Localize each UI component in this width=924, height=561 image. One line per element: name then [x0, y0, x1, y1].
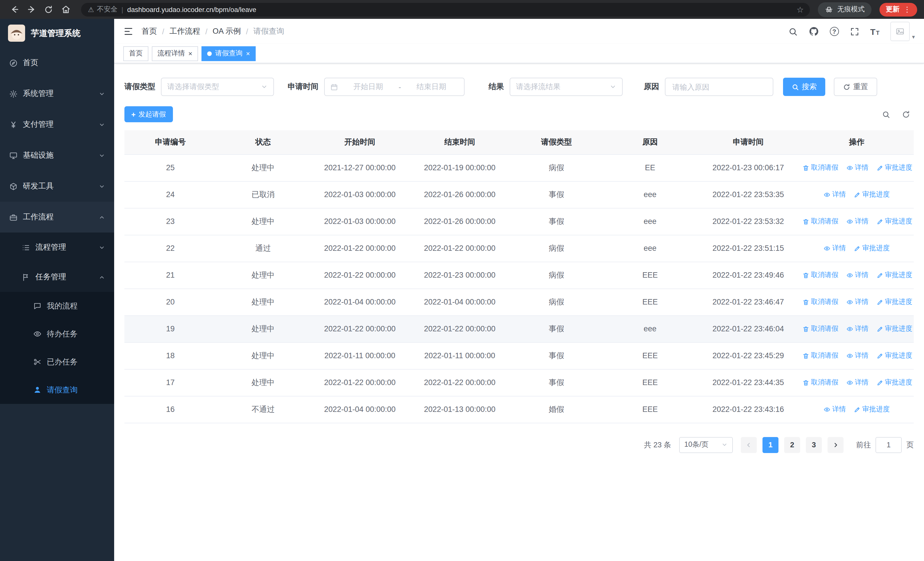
cell-apply-id: 20: [124, 289, 216, 315]
cancel-leave-link[interactable]: 取消请假: [802, 297, 838, 307]
col-header-start-time: 开始时间: [310, 130, 410, 154]
sidebar-item-todo-tasks[interactable]: 待办任务: [0, 320, 114, 348]
cancel-leave-link[interactable]: 取消请假: [802, 324, 838, 334]
cell-reason: eee: [603, 208, 697, 235]
detail-link[interactable]: 详情: [846, 163, 868, 173]
user-menu[interactable]: ▾: [890, 22, 915, 41]
approval-progress-link[interactable]: 审批进度: [876, 163, 912, 173]
sidebar-item-leave-query[interactable]: 请假查询: [0, 376, 114, 404]
browser-menu-icon[interactable]: ⋮: [903, 5, 911, 14]
browser-update-button[interactable]: 更新 ⋮: [879, 3, 917, 16]
home-icon[interactable]: [58, 2, 73, 17]
approval-progress-link[interactable]: 审批进度: [854, 190, 890, 199]
detail-link[interactable]: 详情: [846, 270, 868, 280]
reason-input[interactable]: [665, 78, 773, 96]
detail-link[interactable]: 详情: [824, 190, 846, 199]
approval-progress-link[interactable]: 审批进度: [876, 217, 912, 226]
detail-link[interactable]: 详情: [824, 244, 846, 253]
app-logo[interactable]: 芋道管理系统: [0, 19, 114, 47]
result-select[interactable]: 请选择流结果: [510, 78, 622, 96]
sidebar-item-system[interactable]: 系统管理: [0, 78, 114, 109]
sidebar-item-payment[interactable]: 支付管理: [0, 109, 114, 140]
sidebar-item-my-processes[interactable]: 我的流程: [0, 292, 114, 320]
search-button[interactable]: 搜索: [783, 78, 825, 96]
page-number-button[interactable]: 1: [762, 437, 778, 453]
detail-link[interactable]: 详情: [846, 297, 868, 307]
font-size-icon[interactable]: T T: [870, 27, 879, 36]
avatar[interactable]: [890, 22, 910, 41]
sidebar-item-done-tasks[interactable]: 已办任务: [0, 348, 114, 376]
reload-icon[interactable]: [41, 2, 56, 17]
goto-page-input[interactable]: [876, 437, 902, 453]
cancel-leave-link[interactable]: 取消请假: [802, 217, 838, 226]
cell-operations: 取消请假 详情 审批进度: [800, 154, 914, 181]
detail-link[interactable]: 详情: [846, 324, 868, 334]
approval-progress-link[interactable]: 审批进度: [876, 324, 912, 334]
result-label: 结果: [489, 82, 504, 92]
address-bar[interactable]: ⚠ 不安全 | dashboard.yudao.iocoder.cn/bpm/o…: [81, 3, 810, 16]
search-icon[interactable]: [788, 27, 798, 36]
cell-leave-type: 病假: [510, 289, 603, 315]
page-list: 1 2 3: [762, 437, 822, 453]
sidebar-item-home[interactable]: 首页: [0, 47, 114, 78]
detail-link[interactable]: 详情: [846, 351, 868, 361]
sidebar-item-devtools[interactable]: 研发工具: [0, 171, 114, 202]
sidebar-toggle-icon[interactable]: [123, 26, 134, 36]
github-icon[interactable]: [808, 26, 819, 36]
reset-button[interactable]: 重置: [834, 78, 877, 96]
cell-operations: 取消请假 详情 审批进度: [800, 396, 914, 423]
page-number-button[interactable]: 3: [806, 437, 822, 453]
approval-progress-link[interactable]: 审批进度: [854, 244, 890, 253]
prev-page-button[interactable]: [741, 437, 757, 453]
sidebar-item-infrastructure[interactable]: 基础设施: [0, 140, 114, 171]
cell-apply-time: 2022-01-23 00:06:17: [697, 154, 800, 181]
close-icon[interactable]: ×: [246, 50, 250, 57]
approval-progress-link[interactable]: 审批进度: [876, 378, 912, 387]
page-size-select[interactable]: 10条/页: [679, 437, 733, 453]
approval-progress-link[interactable]: 审批进度: [876, 270, 912, 280]
approval-progress-link[interactable]: 审批进度: [876, 351, 912, 361]
list-icon: [22, 243, 30, 252]
sidebar-item-workflow[interactable]: 工作流程: [0, 202, 114, 233]
create-leave-button[interactable]: + 发起请假: [124, 106, 172, 122]
approval-progress-link[interactable]: 审批进度: [876, 297, 912, 307]
cell-start-time: 2022-01-22 00:00:00: [310, 315, 410, 342]
cell-status: 处理中: [216, 342, 310, 369]
leave-type-select[interactable]: 请选择请假类型: [161, 78, 274, 96]
cell-apply-time: 2022-01-22 23:53:35: [697, 181, 800, 208]
cancel-leave-link[interactable]: 取消请假: [802, 351, 838, 361]
fullscreen-icon[interactable]: [849, 27, 859, 36]
breadcrumb-item[interactable]: 工作流程: [170, 26, 200, 36]
forward-icon[interactable]: [24, 2, 39, 17]
detail-link[interactable]: 详情: [846, 217, 868, 226]
table-row: 20 处理中 2022-01-04 00:00:00 2022-01-04 00…: [124, 289, 914, 315]
cell-reason: EEE: [603, 396, 697, 423]
sidebar-item-process-mgmt[interactable]: 流程管理: [0, 233, 114, 262]
bookmark-star-icon[interactable]: ☆: [794, 5, 806, 14]
cancel-leave-link[interactable]: 取消请假: [802, 163, 838, 173]
refresh-table-icon[interactable]: [902, 110, 910, 119]
tab[interactable]: 流程详情 ×: [152, 46, 198, 61]
security-status[interactable]: ⚠ 不安全: [88, 5, 118, 14]
breadcrumb-item[interactable]: 请假查询: [254, 26, 284, 36]
cell-status: 处理中: [216, 208, 310, 235]
sidebar-item-task-mgmt[interactable]: 任务管理: [0, 262, 114, 292]
approval-progress-link[interactable]: 审批进度: [854, 405, 890, 414]
tab-label: 首页: [129, 48, 142, 58]
breadcrumb-item[interactable]: 首页: [141, 26, 157, 36]
page-number-button[interactable]: 2: [784, 437, 800, 453]
detail-link[interactable]: 详情: [846, 378, 868, 387]
cancel-leave-link[interactable]: 取消请假: [802, 270, 838, 280]
close-icon[interactable]: ×: [188, 50, 192, 57]
detail-link[interactable]: 详情: [824, 405, 846, 414]
apply-time-range-picker[interactable]: 开始日期 - 结束日期: [324, 78, 465, 96]
help-icon[interactable]: ?: [830, 27, 838, 36]
cancel-leave-link[interactable]: 取消请假: [802, 378, 838, 387]
chevron-left-icon: [746, 441, 752, 448]
tab[interactable]: 请假查询 ×: [201, 46, 256, 61]
next-page-button[interactable]: [828, 437, 843, 453]
tab[interactable]: 首页 ×: [123, 46, 148, 61]
back-icon[interactable]: [7, 2, 22, 17]
breadcrumb-item[interactable]: OA 示例: [213, 26, 241, 36]
toggle-search-icon[interactable]: [882, 110, 890, 119]
